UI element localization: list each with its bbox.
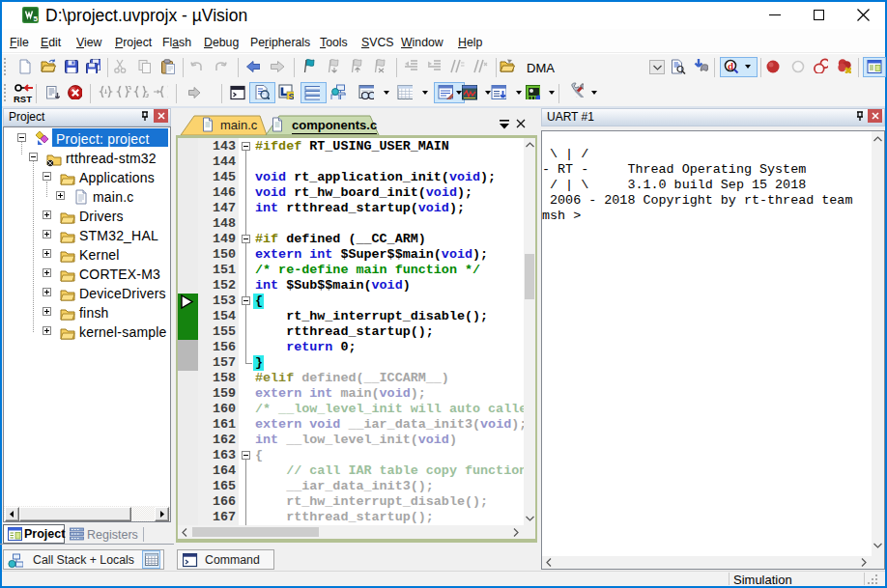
svg-text:d: d: [728, 60, 733, 71]
svg-text:5: 5: [34, 14, 39, 23]
svg-text:S: S: [288, 92, 294, 99]
svg-text:RST: RST: [14, 94, 32, 104]
